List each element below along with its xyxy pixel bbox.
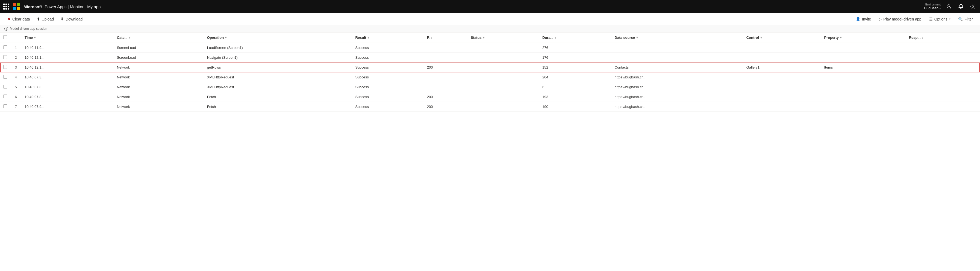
user-icon-button[interactable] <box>945 3 953 10</box>
cell-category: Network <box>114 102 204 112</box>
cell-status <box>468 102 539 112</box>
download-label: Download <box>65 17 83 21</box>
cell-r: 200 <box>424 102 468 112</box>
row-checkbox-box[interactable] <box>3 45 7 49</box>
cell-operation: XMLHttpRequest <box>204 82 352 92</box>
options-button[interactable]: ☰ Options ▾ <box>926 15 953 23</box>
upload-button[interactable]: ⬆ Upload <box>34 15 57 23</box>
col-r[interactable]: R ∨ <box>424 32 468 43</box>
row-checkbox-box[interactable] <box>3 55 7 59</box>
filter-button[interactable]: 🔍 Filter <box>955 15 976 23</box>
col-check[interactable] <box>0 32 10 43</box>
cell-time: 10:40:12.1... <box>21 62 114 72</box>
col-time[interactable]: Time ∨ <box>21 32 114 43</box>
status-sort-icon: ∨ <box>483 36 485 39</box>
duration-sort-icon: ∨ <box>554 36 556 39</box>
col-control[interactable]: Control ∨ <box>743 32 821 43</box>
cell-duration: 193 <box>539 92 611 102</box>
notification-icon-button[interactable] <box>957 3 965 10</box>
cell-control <box>743 102 821 112</box>
col-operation[interactable]: Operation ∨ <box>204 32 352 43</box>
row-checkbox <box>0 82 10 92</box>
table-header: Time ∨ Cate... ∨ Operation ∨ <box>0 32 980 43</box>
datasource-sort-icon: ∨ <box>636 36 638 39</box>
cell-r <box>424 43 468 53</box>
cell-status <box>468 92 539 102</box>
table-row[interactable]: 110:40:11.9...ScreenLoadLoadScreen (Scre… <box>0 43 980 53</box>
cell-r <box>424 53 468 62</box>
row-checkbox <box>0 92 10 102</box>
cell-time: 10:40:07.9... <box>21 102 114 112</box>
cell-time: 10:40:07.8... <box>21 92 114 102</box>
table-row[interactable]: 310:40:12.1...NetworkgetRowsSuccess20015… <box>0 62 980 72</box>
col-duration[interactable]: Dura... ∨ <box>539 32 611 43</box>
row-num: 7 <box>10 102 21 112</box>
table-body: 110:40:11.9...ScreenLoadLoadScreen (Scre… <box>0 43 980 112</box>
control-sort-icon: ∨ <box>760 36 762 39</box>
cell-datasource: https://bugbash.cr... <box>611 82 743 92</box>
cell-result: Success <box>352 62 424 72</box>
nav-app-title: Power Apps | Monitor - My app <box>45 4 101 9</box>
row-checkbox-box[interactable] <box>3 65 7 69</box>
row-num: 5 <box>10 82 21 92</box>
table-row[interactable]: 410:40:07.3...NetworkXMLHttpRequestSucce… <box>0 72 980 82</box>
cell-operation: Navigate (Screen1) <box>204 53 352 62</box>
cell-control <box>743 53 821 62</box>
play-model-button[interactable]: ▷ Play model-driven app <box>876 15 924 23</box>
cell-control <box>743 43 821 53</box>
r-sort-icon: ∨ <box>431 36 433 39</box>
cell-operation: XMLHttpRequest <box>204 72 352 82</box>
cell-duration: 276 <box>539 43 611 53</box>
cell-datasource <box>611 43 743 53</box>
cell-datasource <box>611 53 743 62</box>
cell-control <box>743 92 821 102</box>
col-num <box>10 32 21 43</box>
col-datasource[interactable]: Data source ∨ <box>611 32 743 43</box>
row-checkbox <box>0 72 10 82</box>
monitor-table: Time ∨ Cate... ∨ Operation ∨ <box>0 32 980 112</box>
col-property[interactable]: Property ∨ <box>821 32 905 43</box>
row-num: 1 <box>10 43 21 53</box>
info-icon: i <box>4 27 8 30</box>
options-chevron-icon: ▾ <box>949 18 950 21</box>
upload-label: Upload <box>42 17 54 21</box>
row-checkbox-box[interactable] <box>3 104 7 108</box>
cell-category: Network <box>114 82 204 92</box>
cell-time: 10:40:07.3... <box>21 72 114 82</box>
cell-property <box>821 102 905 112</box>
col-category[interactable]: Cate... ∨ <box>114 32 204 43</box>
cell-property <box>821 92 905 102</box>
col-result[interactable]: Result ∨ <box>352 32 424 43</box>
col-status[interactable]: Status ∨ <box>468 32 539 43</box>
settings-icon-button[interactable] <box>969 3 977 10</box>
cell-status <box>468 72 539 82</box>
table-row[interactable]: 210:40:12.1...ScreenLoadNavigate (Screen… <box>0 53 980 62</box>
cell-resp <box>906 62 980 72</box>
cell-resp <box>906 82 980 92</box>
cell-status <box>468 82 539 92</box>
table-row[interactable]: 710:40:07.9...NetworkFetchSuccess200190h… <box>0 102 980 112</box>
table-row[interactable]: 510:40:07.3...NetworkXMLHttpRequestSucce… <box>0 82 980 92</box>
clear-data-button[interactable]: ✕ Clear data <box>4 15 33 23</box>
cell-resp <box>906 53 980 62</box>
app-launcher-icon[interactable] <box>3 3 9 10</box>
svg-point-1 <box>972 6 974 7</box>
cell-property: Items <box>821 62 905 72</box>
row-checkbox-box[interactable] <box>3 94 7 98</box>
download-button[interactable]: ⬇ Download <box>58 15 85 23</box>
table-row[interactable]: 610:40:07.8...NetworkFetchSuccess200193h… <box>0 92 980 102</box>
row-checkbox-box[interactable] <box>3 75 7 79</box>
cell-result: Success <box>352 102 424 112</box>
cell-datasource: https://bugbash.cr... <box>611 72 743 82</box>
cell-resp <box>906 72 980 82</box>
col-resp[interactable]: Resp... ∨ <box>906 32 980 43</box>
row-checkbox-box[interactable] <box>3 84 7 89</box>
invite-button[interactable]: 👤 Invite <box>853 15 874 23</box>
session-label: Model-driven app session <box>10 27 47 30</box>
cell-operation: Fetch <box>204 92 352 102</box>
cell-status <box>468 62 539 72</box>
cell-duration: 152 <box>539 62 611 72</box>
toolbar: ✕ Clear data ⬆ Upload ⬇ Download 👤 Invit… <box>0 13 980 25</box>
svg-point-0 <box>948 5 950 7</box>
row-checkbox <box>0 62 10 72</box>
